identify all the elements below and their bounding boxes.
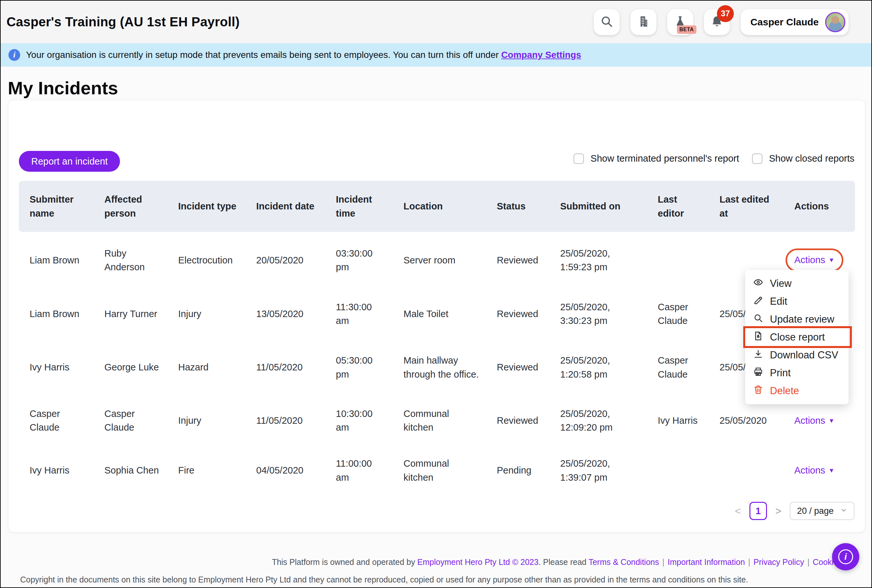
cell-type: Fire xyxy=(168,446,246,495)
page-number-1[interactable]: 1 xyxy=(749,502,767,520)
cell-editor xyxy=(647,232,709,288)
cell-submitter: Liam Brown xyxy=(19,288,94,339)
page-size-select[interactable]: 20 / page xyxy=(790,502,854,520)
cell-location: Male Toilet xyxy=(393,288,486,339)
incidents-table: Submitter name Affected person Incident … xyxy=(19,181,855,495)
banner-text: Your organisation is currently in setup … xyxy=(26,50,581,60)
company-settings-link[interactable]: Company Settings xyxy=(501,50,581,60)
cell-time: 10:30:00 am xyxy=(325,396,393,446)
actions-dropdown-trigger[interactable]: Actions▼ xyxy=(794,465,835,476)
user-menu-button[interactable]: Casper Claude xyxy=(741,9,849,35)
cell-submitted: 25/05/2020, 1:59:23 pm xyxy=(550,232,647,288)
cell-status: Reviewed xyxy=(486,288,550,339)
prev-page-button[interactable]: < xyxy=(734,505,742,517)
table-row: Ivy Harris Sophia Chen Fire 04/05/2020 1… xyxy=(19,446,855,495)
actions-dropdown-trigger[interactable]: Actions▼ xyxy=(794,255,835,265)
user-name: Casper Claude xyxy=(751,16,819,28)
cell-affected: Harry Turner xyxy=(94,288,168,339)
cell-type: Injury xyxy=(168,396,246,446)
beta-features-button[interactable]: BETA xyxy=(667,9,693,35)
cell-edited xyxy=(709,446,784,495)
cell-submitted: 25/05/2020, 3:30:23 pm xyxy=(550,288,647,339)
cell-status: Reviewed xyxy=(486,232,550,288)
report-incident-button[interactable]: Report an incident xyxy=(19,151,120,172)
menu-item-update-review[interactable]: Update review xyxy=(745,310,849,328)
closed-checkbox-label: Show closed reports xyxy=(769,153,854,164)
cell-date: 13/05/2020 xyxy=(246,288,325,339)
trash-icon xyxy=(753,384,763,398)
actions-dropdown-trigger[interactable]: Actions▼ xyxy=(794,415,835,426)
cell-time: 11:00:00 am xyxy=(325,446,393,495)
chevron-down-icon: ▼ xyxy=(829,256,835,263)
cell-submitter: Ivy Harris xyxy=(19,339,94,396)
cell-editor: Ivy Harris xyxy=(647,396,709,446)
terminated-checkbox-label: Show terminated personnel's report xyxy=(590,153,739,164)
menu-item-edit[interactable]: Edit xyxy=(745,292,849,310)
cell-status: Reviewed xyxy=(486,396,550,446)
menu-item-label: View xyxy=(770,278,792,290)
search-button[interactable] xyxy=(594,9,620,35)
cell-editor xyxy=(647,446,709,495)
terminated-checkbox[interactable] xyxy=(574,153,584,164)
menu-item-label: Print xyxy=(770,367,791,379)
user-avatar xyxy=(825,12,845,32)
table-row: Liam Brown Ruby Anderson Electrocution 2… xyxy=(19,232,855,288)
chevron-down-icon: ▼ xyxy=(829,467,835,474)
next-page-button[interactable]: > xyxy=(774,505,783,517)
header-actions: BETA 37 Casper Claude xyxy=(594,9,849,35)
cell-affected: Sophia Chen xyxy=(94,446,168,495)
footer-line-1: This Platform is owned and operated by E… xyxy=(272,557,842,567)
cell-date: 04/05/2020 xyxy=(246,446,325,495)
menu-item-label: Edit xyxy=(770,296,787,308)
col-submitter-name: Submitter name xyxy=(19,181,94,232)
col-affected-person: Affected person xyxy=(94,181,168,232)
chevron-down-icon xyxy=(840,506,847,516)
cell-actions: Actions▼ xyxy=(784,446,855,495)
menu-item-view[interactable]: View xyxy=(745,274,849,292)
col-actions: Actions xyxy=(784,181,855,232)
filter-checkboxes: Show terminated personnel's report Show … xyxy=(574,153,854,164)
notification-count-badge: 37 xyxy=(717,5,734,22)
help-info-button[interactable]: i xyxy=(832,543,859,570)
employment-hero-link[interactable]: Employment Hero Pty Ltd © 2023 xyxy=(418,557,539,567)
menu-item-label: Close report xyxy=(770,332,825,343)
closed-checkbox[interactable] xyxy=(752,153,763,164)
menu-item-label: Download CSV xyxy=(770,349,838,361)
table-row: Casper Claude Casper Claude Injury 11/05… xyxy=(19,396,855,446)
cell-date: 20/05/2020 xyxy=(246,232,325,288)
cell-time: 05:30:00 pm xyxy=(325,339,393,396)
org-title: Casper's Training (AU 1st EH Payroll) xyxy=(6,15,240,29)
table-row: Ivy Harris George Luke Hazard 11/05/2020… xyxy=(19,339,855,396)
terms-link[interactable]: Terms & Conditions xyxy=(589,557,659,567)
cell-editor: Casper Claude xyxy=(647,288,709,339)
menu-item-close-report[interactable]: Close report xyxy=(745,328,849,346)
col-last-edited-at: Last edited at xyxy=(709,181,784,232)
cell-type: Injury xyxy=(168,288,246,339)
col-status: Status xyxy=(486,181,550,232)
menu-item-print[interactable]: Print xyxy=(745,364,849,382)
cell-affected: Ruby Anderson xyxy=(94,232,168,288)
table-row: Liam Brown Harry Turner Injury 13/05/202… xyxy=(19,288,855,339)
cell-date: 11/05/2020 xyxy=(246,339,325,396)
col-submitted-on: Submitted on xyxy=(550,181,647,232)
col-incident-date: Incident date xyxy=(246,181,325,232)
cell-submitted: 25/05/2020, 1:39:07 pm xyxy=(550,446,647,495)
cell-location: Main hallway through the office. xyxy=(393,339,486,396)
cell-time: 03:30:00 pm xyxy=(325,232,393,288)
important-information-link[interactable]: Important Information xyxy=(667,557,745,567)
cell-submitter: Casper Claude xyxy=(19,396,94,446)
incidents-card: Report an incident Show terminated perso… xyxy=(8,100,865,532)
actions-dropdown-menu: View Edit Update review Close report Dow… xyxy=(745,270,849,404)
app-window: Casper's Training (AU 1st EH Payroll) BE… xyxy=(0,0,872,588)
menu-item-delete[interactable]: Delete xyxy=(745,382,849,400)
cell-submitted: 25/05/2020, 12:09:20 pm xyxy=(550,396,647,446)
top-header-bar: Casper's Training (AU 1st EH Payroll) BE… xyxy=(1,1,871,43)
menu-item-download-csv[interactable]: Download CSV xyxy=(745,346,849,364)
notifications-button[interactable]: 37 xyxy=(704,9,730,35)
company-switcher-button[interactable] xyxy=(631,9,656,35)
col-incident-time: Incident time xyxy=(325,181,393,232)
privacy-policy-link[interactable]: Privacy Policy xyxy=(754,557,805,567)
chevron-down-icon: ▼ xyxy=(829,417,835,424)
search-icon xyxy=(600,15,614,30)
table-header-row: Submitter name Affected person Incident … xyxy=(19,181,855,232)
